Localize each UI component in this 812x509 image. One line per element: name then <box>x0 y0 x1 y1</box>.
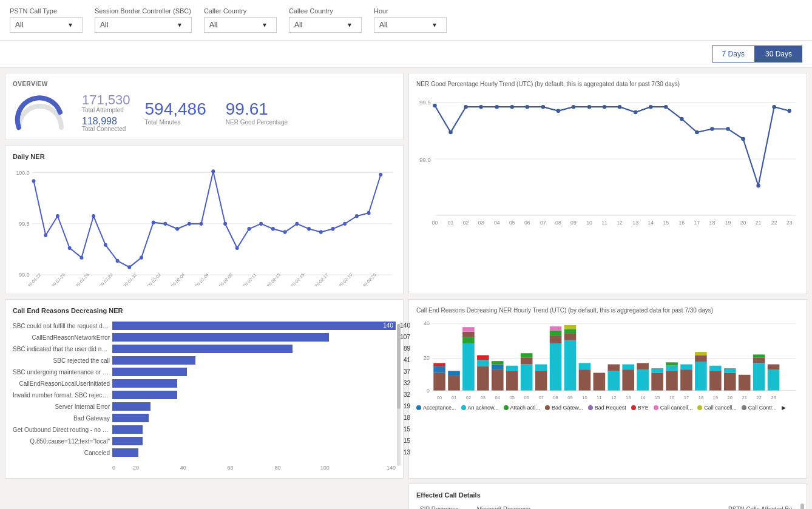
bar-row: SBC undergoing maintenance or te...37 <box>13 368 396 376</box>
svg-rect-121 <box>477 355 489 360</box>
overview-content: 171,530 Total Attempted 118,998 Total Co… <box>13 92 396 132</box>
svg-rect-117 <box>462 332 475 337</box>
svg-rect-133 <box>550 335 562 343</box>
call-end-hourly-chart: 40 20 0 <box>416 317 799 402</box>
bar-fill <box>112 402 151 411</box>
svg-text:23: 23 <box>787 220 793 226</box>
svg-point-76 <box>235 246 239 250</box>
legend-label: Acceptance... <box>423 405 456 411</box>
svg-text:2020-02-15: 2020-02-15 <box>287 272 305 286</box>
scrollbar-thumb[interactable] <box>397 324 401 409</box>
svg-text:08: 08 <box>555 220 561 226</box>
sbc-select[interactable]: All ▾ <box>95 17 192 33</box>
bar-row: SBC rejected the call41 <box>13 356 396 365</box>
svg-rect-166 <box>753 354 765 357</box>
main-grid: OVERVIEW 171,530 Total Attempted 118,998… <box>0 68 812 509</box>
svg-rect-134 <box>550 331 562 336</box>
svg-point-18 <box>634 110 638 115</box>
bar-track: 89 <box>112 345 396 353</box>
legend-color-dot <box>416 405 421 410</box>
call-end-panel: Call End Reasons Decreasing NER SBC coul… <box>5 299 404 479</box>
svg-point-13 <box>557 109 561 113</box>
seven-days-button[interactable]: 7 Days <box>712 46 755 62</box>
svg-rect-141 <box>579 363 591 369</box>
bar-value: 107 <box>400 333 410 342</box>
svg-rect-140 <box>579 369 591 390</box>
table-header: SIP Response Code <box>416 504 473 509</box>
svg-text:10: 10 <box>586 220 592 226</box>
svg-rect-156 <box>695 362 707 390</box>
svg-text:2020-02-19: 2020-02-19 <box>335 272 353 286</box>
bar-fill <box>112 391 177 399</box>
bar-track: 32 <box>112 391 396 399</box>
bar-row: SBC could not fulfill the request due...… <box>13 322 396 330</box>
pstn-select[interactable]: All ▾ <box>10 17 83 33</box>
bar-track: 15 <box>112 425 396 434</box>
legend-label: Attach acti... <box>510 405 541 411</box>
svg-rect-111 <box>433 366 445 373</box>
svg-text:09: 09 <box>567 395 572 400</box>
legend-color-dot <box>654 405 658 410</box>
gauge-svg <box>13 94 67 130</box>
bar-value: 19 <box>404 402 410 411</box>
bar-row: CallEndReasonNetworkError107 <box>13 333 396 342</box>
thirty-days-button[interactable]: 30 Days <box>755 46 802 62</box>
bar-label: Server Internal Error <box>13 403 110 410</box>
call-end-hourly-title: Call End Reasons Decreasing NER Hourly T… <box>416 307 799 314</box>
svg-point-28 <box>787 109 791 113</box>
svg-point-79 <box>271 227 275 231</box>
svg-point-15 <box>587 105 592 109</box>
svg-rect-150 <box>651 368 663 373</box>
svg-text:22: 22 <box>771 220 777 226</box>
svg-rect-112 <box>433 363 445 366</box>
svg-point-63 <box>80 255 83 259</box>
callee-select[interactable]: All ▾ <box>289 17 362 33</box>
total-minutes-stat: 594,486 Total Minutes <box>145 99 206 126</box>
svg-text:06: 06 <box>524 395 529 400</box>
svg-point-77 <box>247 227 251 231</box>
svg-rect-116 <box>462 337 475 343</box>
svg-point-19 <box>649 105 653 109</box>
svg-point-23 <box>710 127 714 131</box>
hour-filter-group: Hour All ▾ <box>374 7 447 33</box>
bar-label: Q.850;cause=112;text="local" <box>13 438 110 445</box>
svg-text:14: 14 <box>640 395 645 400</box>
scrollbar[interactable] <box>397 324 401 466</box>
legend-more-arrow[interactable]: ▶ <box>782 405 786 411</box>
bar-track: 107 <box>112 333 396 342</box>
bar-label: Invalid number format. SBC rejected... <box>13 392 110 399</box>
svg-point-61 <box>56 214 59 218</box>
svg-point-9 <box>495 105 499 109</box>
svg-rect-138 <box>564 329 577 334</box>
svg-rect-119 <box>477 366 489 391</box>
bar-fill <box>112 345 293 353</box>
svg-point-27 <box>772 105 776 109</box>
svg-point-85 <box>343 222 347 226</box>
svg-text:2020-02-20: 2020-02-20 <box>359 272 377 286</box>
legend-color-dot <box>588 405 593 410</box>
svg-text:03: 03 <box>481 395 486 400</box>
svg-text:20: 20 <box>740 220 746 226</box>
legend-label: BYE <box>638 405 649 411</box>
svg-point-70 <box>163 222 167 226</box>
bar-label: SBC rejected the call <box>13 357 110 364</box>
svg-text:2020-02-17: 2020-02-17 <box>311 272 329 286</box>
table-scrollbar-thumb[interactable] <box>800 504 804 509</box>
legend-label: An acknow... <box>468 405 499 411</box>
table-header: Description <box>542 504 725 509</box>
svg-rect-114 <box>448 371 460 376</box>
svg-rect-147 <box>637 369 649 390</box>
svg-point-24 <box>726 127 730 131</box>
svg-text:02: 02 <box>466 395 471 400</box>
svg-rect-123 <box>492 365 504 370</box>
caller-select[interactable]: All ▾ <box>204 17 277 33</box>
svg-text:09: 09 <box>570 220 577 226</box>
bar-value: 37 <box>404 368 410 376</box>
daily-ner-chart: 100.0 99.5 99.0 <box>13 165 396 286</box>
svg-text:20: 20 <box>424 355 430 361</box>
bar-track: 13 <box>112 448 396 457</box>
table-scrollbar[interactable] <box>800 504 804 509</box>
hour-select[interactable]: All ▾ <box>374 17 447 33</box>
svg-point-88 <box>379 173 382 177</box>
svg-rect-110 <box>433 373 445 391</box>
